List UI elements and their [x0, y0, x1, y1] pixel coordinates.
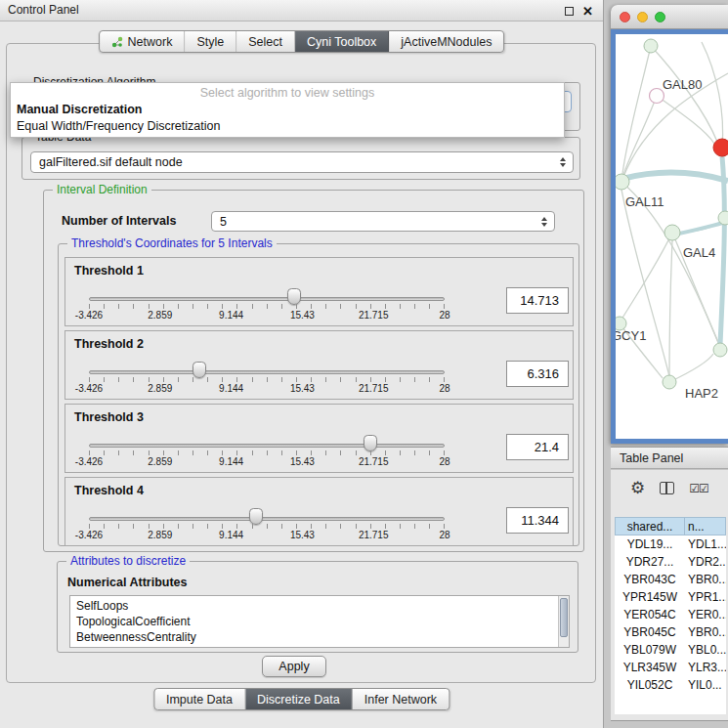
table-row[interactable]: YBL079WYBL0...: [615, 641, 726, 659]
bottom-tab-bar: Impute Data Discretize Data Infer Networ…: [153, 688, 450, 710]
algorithm-dropdown-popup: Select algorithm to view settings Manual…: [10, 82, 565, 138]
list-scrollbar[interactable]: [558, 596, 569, 647]
table-cell[interactable]: YDR2...: [685, 555, 726, 569]
tab-select[interactable]: Select: [236, 31, 295, 52]
numerical-attributes-label: Numerical Attributes: [67, 576, 187, 589]
table-row[interactable]: YPR145WYPR1...: [615, 588, 726, 606]
threshold-2-slider[interactable]: -3.4262.8599.14415.4321.71528: [89, 355, 445, 400]
table-cell[interactable]: YBL079W: [615, 643, 685, 657]
table-cell[interactable]: YDL1...: [685, 537, 726, 551]
float-window-icon[interactable]: [565, 7, 574, 16]
slider-thumb[interactable]: [287, 288, 301, 305]
attribute-list-item[interactable]: BetweennessCentrality: [76, 629, 555, 645]
network-node[interactable]: [713, 343, 727, 357]
threshold-1-panel: Threshold 1 -3.4262.8599.14415.4321.7152…: [64, 257, 574, 326]
attributes-to-discretize-group: Attributes to discretize Numerical Attri…: [57, 561, 578, 653]
table-cell[interactable]: YBR045C: [615, 625, 685, 639]
table-cell[interactable]: YBR0...: [685, 573, 726, 586]
table-cell[interactable]: YBL0...: [685, 643, 726, 657]
desktop: Control Panel ✕ Network Style: [0, 0, 728, 728]
numerical-attributes-list[interactable]: SelfLoopsTopologicalCoefficientBetweenne…: [69, 595, 570, 648]
table-row[interactable]: YDL19...YDL1...: [615, 535, 726, 553]
attribute-list-item[interactable]: SelfLoops: [76, 598, 555, 614]
slider-thumb[interactable]: [193, 362, 206, 378]
tick-label: -3.426: [75, 456, 103, 467]
network-node[interactable]: [616, 174, 629, 190]
tab-network[interactable]: Network: [100, 31, 186, 52]
table-cell[interactable]: YLR3...: [685, 661, 726, 674]
table-row[interactable]: YLR345WYLR3...: [615, 659, 726, 676]
table-cell[interactable]: YIL052C: [615, 678, 685, 692]
threshold-4-value-field[interactable]: 11.344: [506, 507, 569, 534]
dropdown-placeholder-item: Select algorithm to view settings: [11, 85, 564, 102]
apply-button[interactable]: Apply: [262, 656, 326, 677]
table-cell[interactable]: YPR145W: [615, 590, 685, 604]
slider-thumb[interactable]: [364, 435, 377, 451]
tab-infer-network[interactable]: Infer Network: [353, 689, 449, 709]
threshold-1-slider[interactable]: -3.4262.8599.14415.4321.71528: [89, 281, 445, 326]
table-row[interactable]: YBR043CYBR0...: [615, 571, 726, 588]
tick-label: 21.715: [359, 530, 389, 540]
window-buttons: ✕: [565, 0, 593, 21]
scrollbar-thumb[interactable]: [560, 598, 568, 637]
tab-style[interactable]: Style: [185, 31, 236, 52]
table-cell[interactable]: YDL19...: [615, 537, 685, 551]
network-canvas[interactable]: GAL80 GAL11 GAL4 GCY1 HAP2: [616, 34, 728, 439]
tick-label: 2.859: [148, 310, 172, 321]
attribute-list-item[interactable]: TopologicalCoefficient: [76, 614, 555, 629]
network-node[interactable]: [663, 375, 676, 389]
tab-label: jActiveMNodules: [401, 35, 492, 49]
node-label-gal4: GAL4: [683, 245, 715, 260]
network-node-selected-red[interactable]: [713, 139, 728, 156]
number-of-intervals-combo[interactable]: 5: [211, 211, 555, 232]
table-cell[interactable]: YDR27...: [615, 555, 685, 569]
settings-gear-icon[interactable]: ⚙: [630, 480, 645, 496]
minimize-window-icon[interactable]: [637, 12, 648, 22]
tab-jactivemnodules[interactable]: jActiveMNodules: [389, 31, 503, 52]
table-row[interactable]: YER054CYER0...: [615, 606, 726, 623]
threshold-4-slider[interactable]: -3.4262.8599.14415.4321.71528: [89, 501, 445, 546]
table-row[interactable]: YDR27...YDR2...: [615, 553, 726, 571]
slider-tick-labels: -3.4262.8599.14415.4321.71528: [89, 383, 445, 395]
tab-impute-data[interactable]: Impute Data: [154, 689, 245, 709]
column-header-shared-name[interactable]: shared...: [615, 517, 685, 535]
table-cell[interactable]: YBR0...: [685, 625, 726, 639]
table-cell[interactable]: YER054C: [615, 608, 685, 621]
node-table: shared... n... YDL19...YDL1...YDR27...YD…: [615, 517, 726, 714]
dropdown-option-manual-discretization[interactable]: Manual Discretization: [11, 102, 564, 118]
group-title-interval-definition: Interval Definition: [53, 183, 151, 197]
tick-label: 9.144: [219, 456, 243, 467]
network-node[interactable]: [644, 39, 658, 53]
slider-tick-marks: [89, 304, 445, 309]
column-header-name[interactable]: n...: [685, 517, 726, 535]
table-row[interactable]: YBR045CYBR0...: [615, 623, 726, 641]
table-cell[interactable]: YER0...: [685, 608, 726, 621]
network-node[interactable]: [718, 211, 728, 225]
spinner-arrows-icon: [541, 217, 547, 227]
close-window-icon[interactable]: [620, 12, 630, 22]
threshold-2-label: Threshold 2: [74, 337, 144, 351]
tick-label: 15.43: [290, 383, 315, 394]
combo-arrows-icon: [560, 157, 566, 167]
show-columns-icon[interactable]: [660, 482, 674, 494]
table-row[interactable]: YIL052CYIL0...: [615, 676, 726, 694]
tick-label: 2.859: [148, 456, 172, 467]
table-cell[interactable]: YIL0...: [685, 678, 726, 692]
zoom-window-icon[interactable]: [655, 12, 665, 22]
select-columns-checkboxes-icon[interactable]: ☑☑: [689, 482, 708, 495]
threshold-3-value-field[interactable]: 21.4: [506, 434, 569, 460]
table-cell[interactable]: YPR1...: [685, 590, 726, 604]
threshold-2-value-field[interactable]: 6.316: [506, 361, 569, 387]
threshold-3-slider[interactable]: -3.4262.8599.14415.4321.71528: [89, 428, 445, 473]
slider-thumb[interactable]: [249, 508, 263, 525]
network-node[interactable]: [664, 225, 680, 240]
table-cell[interactable]: YLR345W: [615, 661, 685, 674]
threshold-1-value-field[interactable]: 14.713: [506, 287, 569, 314]
close-panel-icon[interactable]: ✕: [582, 5, 593, 18]
tick-label: 28: [439, 530, 450, 540]
tab-discretize-data[interactable]: Discretize Data: [245, 689, 353, 709]
table-cell[interactable]: YBR043C: [615, 573, 685, 586]
dropdown-option-equal-width-frequency[interactable]: Equal Width/Frequency Discretization: [11, 118, 564, 135]
table-data-combo[interactable]: galFiltered.sif default node: [30, 151, 574, 173]
tab-cyni-toolbox[interactable]: Cyni Toolbox: [295, 31, 389, 52]
